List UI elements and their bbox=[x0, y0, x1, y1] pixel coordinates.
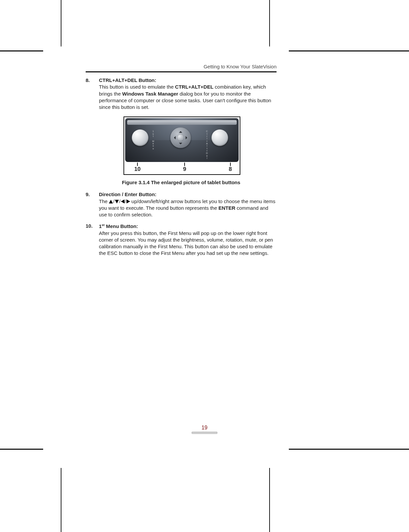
crop-mark bbox=[0, 449, 43, 450]
tablet-buttons-photo: 1st Menu Ctrl+Alt+Del bbox=[125, 118, 239, 162]
item-body: Direction / Enter Button: The /// up/dow… bbox=[99, 191, 277, 218]
arrow-up-icon bbox=[179, 129, 182, 133]
photo-highlight bbox=[127, 120, 237, 125]
item-title: CTRL+ALT+DEL Button: bbox=[99, 77, 156, 83]
item-text: After you press this button, the First M… bbox=[99, 230, 273, 256]
arrow-down-icon bbox=[115, 200, 119, 203]
button-descriptions: 8. CTRL+ALT+DEL Button: This button is u… bbox=[86, 77, 277, 111]
direction-enter-button-icon bbox=[170, 127, 191, 148]
page-number-ornament bbox=[192, 431, 217, 434]
item-body: 1st Menu Button: After you press this bu… bbox=[99, 223, 277, 257]
page-number: 19 bbox=[0, 425, 409, 434]
manual-page: Getting to Know Your SlateVision 8. CTRL… bbox=[0, 0, 409, 532]
arrow-right-icon bbox=[126, 199, 130, 203]
figure-callouts: 10 9 8 bbox=[125, 162, 239, 173]
item-text: The /// up/down/left/right arrow buttons… bbox=[99, 198, 275, 218]
crop-mark bbox=[289, 449, 409, 450]
figure-caption: Figure 3.1.4 The enlarged picture of tab… bbox=[86, 180, 277, 185]
crop-mark bbox=[289, 50, 409, 51]
running-header: Getting to Know Your SlateVision bbox=[86, 64, 277, 69]
page-number-value: 19 bbox=[202, 425, 207, 430]
first-menu-label: 1st Menu bbox=[151, 130, 156, 150]
header-rule bbox=[86, 71, 277, 72]
item-10: 10. 1st Menu Button: After you press thi… bbox=[86, 223, 277, 257]
item-8: 8. CTRL+ALT+DEL Button: This button is u… bbox=[86, 77, 277, 111]
crop-mark bbox=[269, 468, 270, 532]
crop-mark bbox=[61, 0, 61, 46]
first-menu-button-icon bbox=[132, 129, 148, 146]
callout-8: 8 bbox=[229, 163, 232, 173]
button-descriptions-cont: 9. Direction / Enter Button: The /// up/… bbox=[86, 191, 277, 257]
crop-mark bbox=[269, 0, 270, 46]
arrow-down-icon bbox=[179, 143, 182, 146]
item-number: 9. bbox=[86, 191, 94, 218]
ctrl-alt-del-label: Ctrl+Alt+Del bbox=[205, 130, 209, 159]
figure-frame: 1st Menu Ctrl+Alt+Del 10 9 8 bbox=[123, 116, 240, 175]
arrow-up-icon bbox=[109, 200, 113, 203]
item-number: 10. bbox=[86, 223, 94, 257]
item-9: 9. Direction / Enter Button: The /// up/… bbox=[86, 191, 277, 218]
item-title: Direction / Enter Button: bbox=[99, 191, 156, 197]
figure: 1st Menu Ctrl+Alt+Del 10 9 8 bbox=[123, 116, 239, 175]
item-body: CTRL+ALT+DEL Button: This button is used… bbox=[99, 77, 277, 111]
arrow-left-icon bbox=[121, 199, 124, 203]
arrow-right-icon bbox=[186, 136, 189, 139]
crop-mark bbox=[61, 468, 61, 532]
item-number: 8. bbox=[86, 77, 94, 111]
item-title: 1st Menu Button: bbox=[99, 223, 138, 229]
callout-9: 9 bbox=[183, 163, 186, 173]
page-content: Getting to Know Your SlateVision 8. CTRL… bbox=[86, 64, 277, 262]
arrow-left-icon bbox=[172, 136, 176, 139]
ctrl-alt-del-button-icon bbox=[211, 129, 228, 146]
crop-mark bbox=[0, 50, 43, 51]
item-text: This button is used to emulate the CTRL+… bbox=[99, 84, 271, 110]
callout-10: 10 bbox=[134, 163, 141, 173]
